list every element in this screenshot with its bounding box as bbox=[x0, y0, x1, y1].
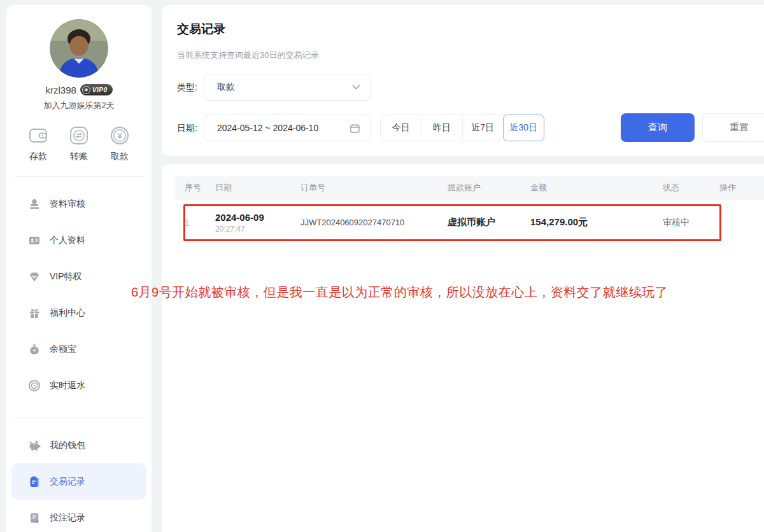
row-date-cell: 2024-06-09 20:27:47 bbox=[205, 212, 290, 234]
page-title: 交易记录 bbox=[177, 21, 225, 38]
row-order-no: JJWT202406092027470710 bbox=[290, 218, 437, 227]
deposit-button[interactable]: 存款 bbox=[27, 124, 50, 162]
sidebar-item-transactions[interactable]: 交易记录 bbox=[11, 463, 146, 500]
bet-record-icon bbox=[28, 512, 41, 524]
row-amount: 154,279.00元 bbox=[520, 216, 653, 228]
diamond-icon bbox=[28, 270, 41, 283]
sidebar-item-wallet[interactable]: 我的钱包 bbox=[11, 427, 146, 463]
sidebar-divider bbox=[14, 176, 144, 177]
piggy-bank-icon bbox=[28, 439, 41, 452]
gift-icon bbox=[28, 307, 41, 319]
withdraw-label: 取款 bbox=[111, 151, 129, 162]
stamp-icon bbox=[28, 198, 41, 211]
reset-button[interactable]: 重置 bbox=[702, 113, 764, 142]
sidebar-item-label: 实时返水 bbox=[50, 380, 85, 391]
avatar-photo bbox=[50, 19, 108, 78]
row-status: 审核中 bbox=[653, 217, 709, 228]
sidebar-menu-records: 我的钱包 交易记录 bbox=[6, 427, 152, 532]
vip-emblem-icon: ◆ bbox=[82, 86, 90, 94]
sidebar-divider bbox=[14, 417, 144, 418]
col-header-account: 提款账户 bbox=[437, 182, 520, 193]
sidebar-item-label: 余额宝 bbox=[50, 344, 76, 355]
col-header-order: 订单号 bbox=[290, 182, 437, 193]
records-panel: 序号 日期 订单号 提款账户 金额 状态 操作 1 2024-06-09 20:… bbox=[162, 164, 764, 532]
range-yesterday-button[interactable]: 昨日 bbox=[421, 115, 462, 141]
transfer-button[interactable]: 转账 bbox=[67, 124, 90, 162]
range-today-button[interactable]: 今日 bbox=[381, 115, 421, 141]
type-select-value: 取款 bbox=[217, 81, 235, 93]
deposit-wallet-icon bbox=[27, 124, 50, 147]
sidebar-item-vip[interactable]: VIP特权 bbox=[11, 258, 146, 295]
sidebar-item-profile[interactable]: 个人资料 bbox=[11, 222, 146, 258]
sidebar-menu: 资料审核 个人资料 VIP特权 bbox=[6, 186, 152, 403]
date-range-value: 2024-05-12 ~ 2024-06-10 bbox=[217, 123, 318, 133]
sidebar-item-label: 我的钱包 bbox=[50, 440, 85, 451]
row-index: 1 bbox=[174, 218, 205, 228]
join-info: 加入九游娱乐第2天 bbox=[6, 100, 152, 111]
money-bag-icon bbox=[28, 343, 41, 356]
col-header-amount: 金额 bbox=[520, 182, 653, 193]
sidebar-item-label: VIP特权 bbox=[50, 271, 82, 283]
sidebar-item-label: 福利中心 bbox=[50, 307, 85, 319]
avatar bbox=[50, 19, 108, 78]
range-30days-button[interactable]: 近30日 bbox=[503, 115, 544, 141]
quick-actions: 存款 转账 ¥ 取款 bbox=[6, 124, 152, 162]
col-header-date: 日期 bbox=[205, 182, 290, 193]
calendar-icon bbox=[350, 123, 360, 134]
sidebar-item-label: 交易记录 bbox=[50, 476, 85, 487]
sidebar-item-bets[interactable]: 投注记录 bbox=[11, 500, 146, 532]
sidebar-item-audit[interactable]: 资料审核 bbox=[11, 186, 146, 222]
type-filter-label: 类型: bbox=[177, 82, 197, 94]
transfer-icon bbox=[67, 124, 90, 147]
quick-range-group: 今日 昨日 近7日 近30日 bbox=[380, 115, 544, 141]
table-row: 1 2024-06-09 20:27:47 JJWT20240609202747… bbox=[174, 200, 764, 245]
svg-text:¥: ¥ bbox=[118, 132, 122, 141]
ledger-icon bbox=[28, 475, 41, 488]
sidebar-item-label: 投注记录 bbox=[50, 512, 85, 524]
withdraw-icon: ¥ bbox=[108, 124, 131, 147]
row-date: 2024-06-09 bbox=[215, 212, 290, 223]
query-button[interactable]: 查询 bbox=[621, 113, 695, 142]
table-header-row: 序号 日期 订单号 提款账户 金额 状态 操作 bbox=[174, 176, 764, 200]
vip-level-label: VIP0 bbox=[92, 87, 108, 94]
col-header-action: 操作 bbox=[709, 182, 764, 193]
date-range-input[interactable]: 2024-05-12 ~ 2024-06-10 bbox=[204, 115, 371, 141]
id-card-icon bbox=[28, 234, 41, 247]
sidebar-item-rebate[interactable]: 实时返水 bbox=[11, 367, 146, 403]
annotation-text: 6月9号开始就被审核，但是我一直是以为正常的审核，所以没放在心上，资料交了就继续… bbox=[131, 284, 742, 301]
row-time: 20:27:47 bbox=[215, 225, 290, 234]
col-header-status: 状态 bbox=[653, 182, 709, 193]
transfer-label: 转账 bbox=[70, 151, 88, 162]
filter-panel: 交易记录 当前系统支持查询最近30日的交易记录 类型: 取款 日期: 2024-… bbox=[162, 5, 764, 156]
type-select[interactable]: 取款 bbox=[204, 74, 371, 101]
sidebar-item-yuebao[interactable]: 余额宝 bbox=[11, 331, 146, 367]
page-subtitle: 当前系统支持查询最近30日的交易记录 bbox=[177, 50, 318, 61]
row-account: 虚拟币账户 bbox=[437, 216, 520, 228]
deposit-label: 存款 bbox=[29, 151, 47, 162]
sidebar-item-label: 个人资料 bbox=[50, 235, 85, 246]
username: krzl398 bbox=[45, 85, 76, 95]
rebate-icon bbox=[28, 379, 41, 392]
chevron-down-icon bbox=[352, 85, 360, 90]
sidebar-item-welfare[interactable]: 福利中心 bbox=[11, 295, 146, 331]
profile-sidebar: krzl398 ◆ VIP0 加入九游娱乐第2天 存款 bbox=[6, 5, 152, 532]
records-table: 序号 日期 订单号 提款账户 金额 状态 操作 1 2024-06-09 20:… bbox=[174, 176, 764, 245]
vip-badge: ◆ VIP0 bbox=[80, 84, 113, 95]
range-7days-button[interactable]: 近7日 bbox=[462, 115, 503, 141]
date-filter-label: 日期: bbox=[177, 123, 197, 134]
withdraw-button[interactable]: ¥ 取款 bbox=[108, 124, 131, 162]
sidebar-item-label: 资料审核 bbox=[50, 199, 85, 210]
col-header-index: 序号 bbox=[174, 182, 205, 193]
